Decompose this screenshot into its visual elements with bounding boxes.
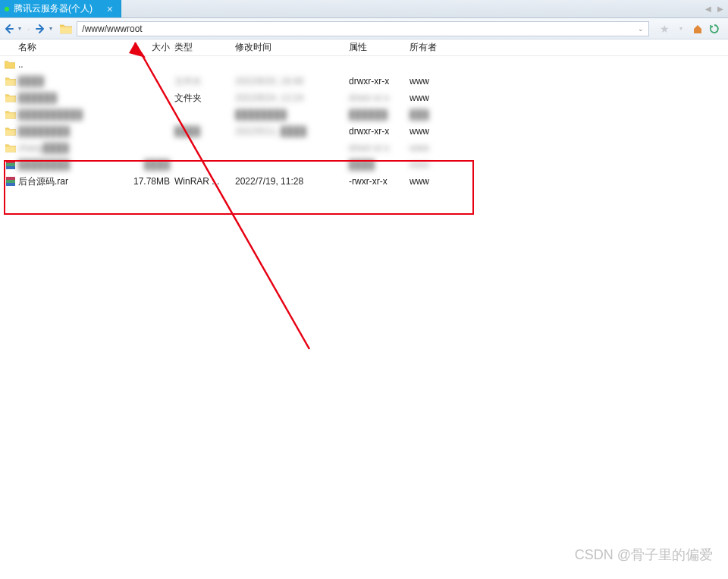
home-icon[interactable]	[692, 23, 704, 35]
nav-separator: ·	[24, 24, 33, 34]
parent-dir-row[interactable]: ..	[0, 56, 728, 73]
path-folder-icon	[60, 24, 72, 34]
file-type: ████	[174, 126, 235, 137]
archive-icon	[5, 176, 17, 187]
folder-icon	[5, 77, 17, 86]
file-attr: drwxr-xr-x	[349, 126, 410, 137]
file-type: WinRAR ...	[174, 176, 235, 187]
svg-rect-7	[6, 183, 15, 186]
file-name: ████	[17, 76, 127, 87]
file-name: ██████	[17, 93, 127, 103]
refresh-icon[interactable]	[708, 23, 720, 35]
file-owner: ███	[410, 109, 470, 120]
status-dot-icon	[5, 7, 9, 11]
file-attr: -rwxr-xr-x	[349, 176, 410, 187]
file-row[interactable]: ████████████████www	[0, 156, 728, 173]
header-size[interactable]: 大小	[127, 41, 174, 54]
nav-forward-button[interactable]	[34, 23, 46, 35]
file-row[interactable]: 后台源码.rar17.78MBWinRAR ...2022/7/19, 11:2…	[0, 173, 728, 190]
parent-folder-icon	[5, 60, 17, 69]
file-list: ████文件夹2022/8/20, 16:48drwxr-xr-xwww████…	[0, 73, 728, 190]
file-modified: ████████	[235, 109, 349, 120]
file-name: ████████	[17, 159, 127, 170]
file-owner: www	[410, 126, 470, 137]
path-input[interactable]	[82, 24, 638, 34]
svg-rect-6	[6, 180, 15, 183]
archive-icon	[5, 159, 17, 170]
file-attr: drwxr-xr-x	[349, 93, 410, 103]
header-modified[interactable]: 修改时间	[235, 41, 349, 54]
file-attr: ████	[349, 159, 410, 170]
file-attr: drwxr-xr-x	[349, 143, 410, 153]
file-attr: ██████	[349, 109, 410, 120]
toolbar-right: ★ ▾	[654, 23, 725, 35]
file-attr: drwxr-xr-x	[349, 76, 410, 87]
svg-rect-2	[6, 163, 15, 166]
file-owner: www	[410, 143, 470, 153]
folder-icon	[5, 110, 17, 119]
file-modified: 2022/5/11, ████	[235, 126, 349, 137]
file-type: 文件夹	[174, 92, 235, 105]
tab-label: 腾讯云服务器(个人)	[14, 2, 102, 15]
file-modified: 2022/8/24, 12:24	[235, 93, 349, 103]
header-name[interactable]: 名称	[17, 41, 127, 54]
file-row[interactable]: ██████文件夹2022/8/24, 12:24drwxr-xr-xwww	[0, 90, 728, 106]
address-bar[interactable]: ⌄	[77, 21, 649, 36]
nav-back-button[interactable]	[3, 23, 15, 35]
header-type[interactable]: 类型	[174, 41, 235, 54]
file-type: 文件夹	[174, 75, 235, 88]
favorite-icon[interactable]: ★	[658, 23, 670, 35]
parent-dir-label: ..	[17, 59, 24, 70]
file-name: ████████	[17, 126, 127, 137]
svg-rect-1	[6, 160, 15, 163]
file-owner: www	[410, 93, 470, 103]
folder-icon	[5, 143, 17, 153]
header-attr[interactable]: 属性	[349, 41, 410, 54]
svg-rect-5	[6, 177, 15, 180]
file-modified: 2022/7/19, 11:28	[235, 176, 349, 187]
file-name: zhang████	[17, 143, 127, 153]
titlebar-right: ◀ ▶	[705, 0, 728, 17]
titlebar: 腾讯云服务器(个人) × ◀ ▶	[0, 0, 728, 18]
tab-scroll-left-icon[interactable]: ◀	[705, 5, 711, 13]
file-row[interactable]: ████████████2022/5/11, ████drwxr-xr-xwww	[0, 123, 728, 140]
file-list-header: 名称 大小 类型 修改时间 属性 所有者	[0, 39, 728, 56]
folder-icon	[5, 127, 17, 136]
toolbar: ▾ · ▾ ⌄ ★ ▾	[0, 18, 728, 39]
tab-scroll-right-icon[interactable]: ▶	[717, 5, 723, 13]
address-dropdown-icon[interactable]: ⌄	[638, 25, 644, 33]
svg-rect-3	[6, 166, 15, 169]
watermark: CSDN @骨子里的偏爱	[575, 546, 713, 564]
file-row[interactable]: ████文件夹2022/8/20, 16:48drwxr-xr-xwww	[0, 73, 728, 90]
file-name: 后台源码.rar	[17, 175, 127, 188]
file-owner: www	[410, 159, 470, 170]
file-size: ████	[127, 159, 174, 170]
tab-close-icon[interactable]: ×	[107, 3, 113, 15]
file-row[interactable]: zhang████drwxr-xr-xwww	[0, 140, 728, 156]
file-name: ██████████	[17, 109, 127, 120]
file-row[interactable]: ███████████████████████████	[0, 106, 728, 123]
nav-back-dropdown-icon[interactable]: ▾	[17, 25, 23, 32]
folder-icon	[5, 93, 17, 102]
nav-forward-dropdown-icon[interactable]: ▾	[48, 25, 54, 32]
file-owner: www	[410, 176, 470, 187]
file-size: 17.78MB	[127, 176, 174, 187]
favorite-dropdown-icon[interactable]: ▾	[675, 23, 687, 35]
file-modified: 2022/8/20, 16:48	[235, 76, 349, 87]
file-owner: www	[410, 76, 470, 87]
header-owner[interactable]: 所有者	[410, 41, 470, 54]
tab-server[interactable]: 腾讯云服务器(个人) ×	[0, 0, 121, 17]
